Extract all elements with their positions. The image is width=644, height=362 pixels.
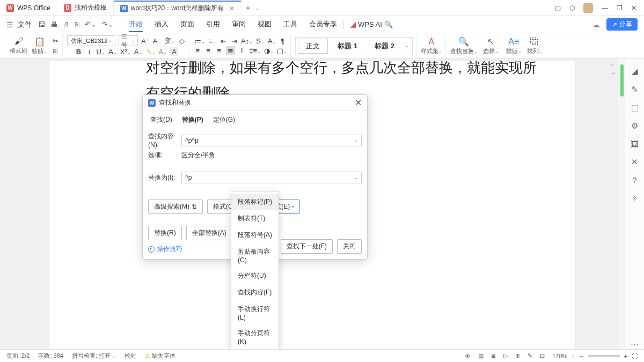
replace-input[interactable]: ^p ⌄ xyxy=(181,172,362,183)
format-painter-button[interactable]: 🖌 格式刷 xyxy=(10,36,27,55)
tab-find[interactable]: 查找(D) xyxy=(150,114,172,125)
operation-tip[interactable]: 操作技巧 xyxy=(148,245,232,254)
scrollbar-thumb[interactable] xyxy=(620,64,624,97)
zoom-value[interactable]: 170% xyxy=(552,353,567,359)
style-heading2[interactable]: 标题 2 xyxy=(367,39,402,53)
close-window-icon[interactable]: ✕ xyxy=(631,4,636,12)
styles-button[interactable]: A 样式集⌄ xyxy=(421,37,442,55)
tab-replace[interactable]: 替换(P) xyxy=(182,114,203,125)
menu-tools[interactable]: 工具 xyxy=(283,17,297,32)
align-center-icon[interactable]: ≡ xyxy=(204,47,212,55)
zoom-out-icon[interactable]: − xyxy=(580,353,583,359)
decrease-indent-icon[interactable]: ⇤ xyxy=(219,37,227,45)
text-effect-button[interactable]: A⌄ xyxy=(134,48,143,56)
tools-sidebar-icon[interactable]: ✕ xyxy=(631,157,638,167)
app-grid-icon[interactable]: ▢ xyxy=(555,4,561,12)
show-marks-icon[interactable]: ¶ xyxy=(279,37,287,45)
menu-review[interactable]: 审阅 xyxy=(232,17,246,32)
focus-icon[interactable]: ⊡ xyxy=(540,352,545,359)
italic-button[interactable]: I xyxy=(85,48,93,56)
tab-list-dropdown-icon[interactable]: ⌄ xyxy=(255,5,260,11)
reading-icon[interactable]: ▷ xyxy=(503,352,508,359)
image-sidebar-icon[interactable]: 🖼 xyxy=(631,139,639,149)
tab-current-document[interactable]: W word技巧20：word怎样删除所有 ✕ xyxy=(114,1,241,16)
sort-icon[interactable]: S⌄ xyxy=(256,37,265,45)
dialog-close-button[interactable]: 关闭 xyxy=(337,239,362,254)
find-dropdown-icon[interactable]: ⌄ xyxy=(354,138,358,143)
add-tab-button[interactable]: ＋ xyxy=(241,3,254,13)
tab-daoke-templates[interactable]: D 找稻壳模板 xyxy=(57,1,114,16)
save-icon[interactable]: 🖫 xyxy=(38,20,45,28)
file-menu[interactable]: 文件 xyxy=(18,20,32,29)
edit-sidebar-icon[interactable]: ✎ xyxy=(631,85,638,94)
paste-button[interactable]: 📋 粘贴⌄ xyxy=(32,36,47,55)
align-justify-icon[interactable]: ≣ xyxy=(226,46,235,55)
advanced-search-button[interactable]: 高级搜索(M) ⇅ xyxy=(148,200,203,214)
zoom-dropdown-icon[interactable]: ⌄ xyxy=(572,353,575,358)
bookmark-sidebar-icon[interactable]: ⟐ xyxy=(632,193,637,202)
status-word-count[interactable]: 字数: 384 xyxy=(38,352,63,360)
select-button[interactable]: ↖ 选择⌄ xyxy=(483,36,499,55)
align-right-icon[interactable]: ≡ xyxy=(215,47,223,55)
ai-sidebar-icon[interactable]: ◢ xyxy=(632,67,638,76)
text-direction-icon[interactable]: A↕⌄ xyxy=(241,37,253,45)
status-page[interactable]: 页面: 2/2 xyxy=(6,352,30,360)
dropdown-tab-char[interactable]: 制表符(T) xyxy=(231,210,279,227)
eye-icon[interactable]: 👁 xyxy=(465,353,471,359)
font-color-button[interactable]: A⌄ xyxy=(159,48,167,56)
arrange-button[interactable]: ⿻ 排列⌄ xyxy=(527,37,543,55)
increase-indent-icon[interactable]: ⇥ xyxy=(230,37,238,45)
find-next-button[interactable]: 查找下一处(F) xyxy=(281,239,333,254)
maximize-icon[interactable]: ❐ xyxy=(617,4,623,12)
menu-ref[interactable]: 引用 xyxy=(206,17,220,32)
replace-dropdown-icon[interactable]: ⌄ xyxy=(354,175,358,180)
undo-icon[interactable]: ↶⌄ xyxy=(85,20,97,28)
share-button[interactable]: ↗ 分享 xyxy=(606,18,638,31)
status-proof[interactable]: 校对 xyxy=(125,352,136,360)
dropdown-clipboard-content[interactable]: 剪贴板内容(C) xyxy=(231,243,279,268)
menu-start[interactable]: 开始 xyxy=(129,17,143,32)
print-preview-icon[interactable]: 🖶 xyxy=(50,20,57,28)
underline-button[interactable]: U⌄ xyxy=(96,48,105,56)
more-sidebar-icon[interactable]: ⋯ xyxy=(631,339,639,349)
search-icon[interactable]: 🔍 xyxy=(384,20,393,28)
menu-insert[interactable]: 插入 xyxy=(155,17,169,32)
line-spacing-icon[interactable]: ‡≡⌄ xyxy=(249,47,261,55)
menu-view[interactable]: 视图 xyxy=(258,17,272,32)
sort-az-icon[interactable]: A↓ xyxy=(268,37,276,45)
select-sidebar-icon[interactable]: ⬚ xyxy=(631,103,639,113)
distribute-icon[interactable]: ⫴ xyxy=(238,46,246,55)
font-size-select[interactable]: 三号⌄ xyxy=(119,35,138,46)
web-layout-icon[interactable]: ⊕ xyxy=(515,352,520,359)
zoom-slider[interactable] xyxy=(588,355,620,357)
strikethrough-button[interactable]: A̶⌄ xyxy=(108,48,117,56)
menu-member[interactable]: 会员专享 xyxy=(309,17,337,32)
minimize-icon[interactable]: — xyxy=(602,4,608,12)
dropdown-column-break[interactable]: 分栏符(U) xyxy=(231,268,279,284)
cloud-sync-icon[interactable]: ☁ xyxy=(592,20,600,29)
hamburger-icon[interactable]: ☰ xyxy=(6,20,13,29)
cut-icon[interactable]: ✂ xyxy=(52,37,59,45)
vertical-scrollbar[interactable] xyxy=(618,59,625,349)
tab-wps-office[interactable]: W WPS Office xyxy=(0,1,57,16)
outline-icon[interactable]: ≣ xyxy=(491,352,496,359)
settings-sidebar-icon[interactable]: ⚙ xyxy=(631,121,638,131)
export-icon[interactable]: ⎘ xyxy=(75,20,79,28)
style-heading1[interactable]: 标题 1 xyxy=(330,39,365,53)
decrease-font-icon[interactable]: A⁻ xyxy=(153,37,162,45)
zoom-in-icon[interactable]: + xyxy=(624,353,627,359)
find-replace-button[interactable]: 🔍 查找替换⌄ xyxy=(450,36,478,55)
dropdown-manual-page-break[interactable]: 手动分页符(K) xyxy=(231,325,279,349)
bullet-list-icon[interactable]: ≔⌄ xyxy=(194,37,205,45)
shading-icon[interactable]: ◑⌄ xyxy=(264,47,274,55)
cube-icon[interactable]: ⬡ xyxy=(569,4,575,12)
menu-page[interactable]: 页面 xyxy=(180,17,194,32)
page-layout-icon[interactable]: ▤ xyxy=(478,352,484,359)
dropdown-paragraph-symbol[interactable]: 段落符号(A) xyxy=(231,227,279,243)
close-icon[interactable]: ✕ xyxy=(229,5,235,12)
dropdown-manual-line-break[interactable]: 手动换行符(L) xyxy=(231,301,279,325)
font-family-select[interactable]: 仿宋_GB2312⌄ xyxy=(67,35,115,46)
dropdown-find-content[interactable]: 查找内容(F) xyxy=(231,284,279,301)
draft-icon[interactable]: ✎ xyxy=(528,352,532,359)
dialog-close-icon[interactable]: ✕ xyxy=(355,98,362,108)
